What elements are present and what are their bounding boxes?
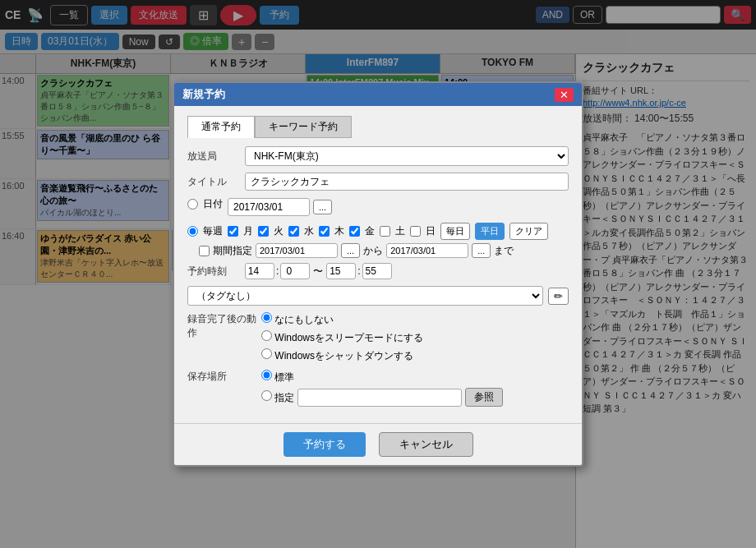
btn-browse[interactable]: 参照 (465, 388, 503, 407)
check-sun[interactable] (410, 226, 421, 237)
check-sat[interactable] (380, 226, 390, 237)
label-mon: 月 (243, 224, 253, 238)
modal-footer: 予約する キャンセル (174, 423, 582, 465)
check-thu[interactable] (319, 226, 330, 237)
station-select[interactable]: NHK-FM(東京) (245, 146, 569, 166)
label-wed: 水 (304, 224, 314, 238)
label-tue: 火 (274, 224, 284, 238)
btn-cancel[interactable]: キャンセル (379, 432, 473, 457)
save-standard-label[interactable]: 標準 (261, 370, 503, 385)
date-radio-row: 日付 (187, 197, 223, 211)
title-input[interactable] (245, 173, 569, 191)
check-fri[interactable] (349, 226, 360, 237)
end-min[interactable] (362, 263, 392, 279)
time-label-modal: 予約時刻 (187, 265, 245, 279)
btn-period-to[interactable]: ... (472, 243, 491, 258)
save-row: 保存場所 標準 指定 参照 (187, 370, 569, 407)
weekly-label: 毎週 (203, 224, 223, 238)
date-row: 日付 ... (187, 197, 569, 216)
colon2: : (357, 265, 360, 277)
after-nothing-text: なにもしない (274, 314, 334, 325)
after-rec-row: 録音完了後の動作 なにもしない Windowsをスリープモードにする Windo… (187, 312, 569, 363)
btn-tag-edit[interactable]: ✏ (548, 288, 569, 305)
save-custom-text: 指定 (274, 392, 294, 403)
save-label: 保存場所 (187, 370, 261, 384)
check-mon[interactable] (228, 226, 238, 237)
modal-body: 通常予約 キーワード予約 放送局 NHK-FM(東京) タイトル 日付 (174, 106, 582, 423)
save-custom-row: 指定 参照 (261, 388, 503, 407)
weekly-radio[interactable] (187, 226, 198, 237)
start-hour[interactable] (245, 263, 274, 279)
after-shutdown-text: Windowsをシャットダウンする (274, 350, 413, 361)
start-min[interactable] (280, 263, 310, 279)
label-fri: 金 (365, 224, 375, 238)
modal-header: 新規予約 ✕ (174, 83, 582, 106)
modal-overlay: 新規予約 ✕ 通常予約 キーワード予約 放送局 NHK-FM(東京) タイトル (0, 0, 756, 548)
btn-everyday[interactable]: 毎日 (440, 223, 470, 240)
after-sleep-radio[interactable] (261, 330, 272, 341)
date-radio[interactable] (187, 199, 198, 210)
save-standard-radio[interactable] (261, 370, 272, 380)
tag-select[interactable]: （タグなし） (187, 286, 543, 306)
tab-row: 通常予約 キーワード予約 (187, 116, 569, 138)
date-radio-label: 日付 (203, 197, 223, 211)
modal-dialog: 新規予約 ✕ 通常予約 キーワード予約 放送局 NHK-FM(東京) タイトル (173, 81, 583, 467)
station-row: 放送局 NHK-FM(東京) (187, 146, 569, 166)
period-label: 期間指定 (213, 244, 252, 258)
modal-title: 新規予約 (182, 87, 225, 102)
station-label: 放送局 (187, 150, 245, 163)
label-thu: 木 (334, 224, 344, 238)
check-tue[interactable] (258, 226, 269, 237)
tab-keyword[interactable]: キーワード予約 (255, 116, 352, 138)
period-from[interactable] (256, 243, 338, 258)
save-options: 標準 指定 参照 (261, 370, 503, 407)
period-to-label: まで (494, 244, 514, 258)
colon1: : (276, 265, 279, 277)
save-path-input[interactable] (297, 389, 462, 407)
time-row: 予約時刻 : 〜 : (187, 263, 569, 279)
btn-date-picker[interactable]: ... (313, 200, 332, 214)
modal-close-button[interactable]: ✕ (555, 88, 574, 102)
label-sun: 日 (426, 224, 436, 238)
after-sleep-text: Windowsをスリープモードにする (274, 332, 423, 343)
period-from-label: から (363, 244, 383, 258)
title-row: タイトル (187, 173, 569, 191)
title-label: タイトル (187, 175, 245, 189)
period-to[interactable] (386, 243, 468, 258)
btn-do-reserve[interactable]: 予約する (284, 432, 366, 457)
after-rec-label: 録音完了後の動作 (187, 312, 261, 340)
btn-clear[interactable]: クリア (509, 223, 548, 240)
btn-period-from[interactable]: ... (341, 243, 360, 258)
after-nothing-radio[interactable] (261, 312, 272, 323)
tag-row: （タグなし） ✏ (187, 286, 569, 306)
save-custom-label[interactable]: 指定 (261, 390, 294, 405)
after-shutdown-radio[interactable] (261, 348, 272, 359)
after-sleep-label[interactable]: Windowsをスリープモードにする (261, 330, 423, 345)
period-check[interactable] (199, 246, 210, 256)
save-standard-text: 標準 (274, 371, 294, 383)
weekly-row: 毎週 月 火 水 木 金 土 日 毎日 平日 クリア (187, 223, 569, 240)
tilde: 〜 (313, 265, 323, 279)
after-nothing-label[interactable]: なにもしない (261, 312, 423, 327)
tab-normal[interactable]: 通常予約 (187, 116, 255, 138)
after-rec-options: なにもしない Windowsをスリープモードにする Windowsをシャットダウ… (261, 312, 423, 363)
label-sat: 土 (395, 224, 405, 238)
save-custom-radio[interactable] (261, 390, 272, 401)
period-row: 期間指定 ... から ... まで (199, 243, 569, 258)
end-hour[interactable] (326, 263, 356, 279)
check-wed[interactable] (288, 226, 299, 237)
btn-weekday[interactable]: 平日 (475, 223, 505, 240)
date-input[interactable] (228, 198, 310, 216)
after-shutdown-label[interactable]: Windowsをシャットダウンする (261, 348, 423, 363)
